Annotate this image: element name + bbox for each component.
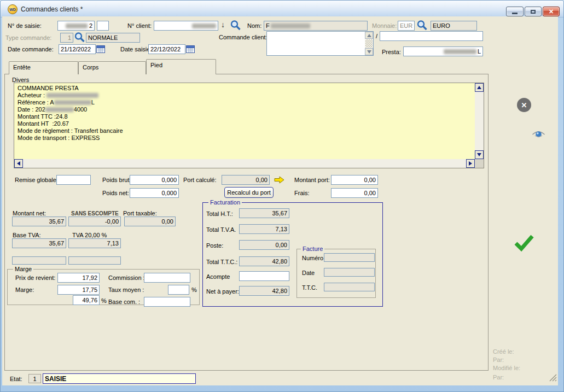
total-ttc-field[interactable]: 42,80 [239,256,289,266]
tab-entete[interactable]: Entête [9,61,78,74]
redacted-value [271,24,310,28]
scroll-left-button[interactable] [14,159,23,168]
tva-rate-label: TVA 20,00 % [72,232,107,238]
frais-field[interactable]: 0,00 [331,188,378,198]
net-a-payer-field[interactable]: 42,80 [239,286,289,296]
etat-value-field[interactable]: SAISIE [43,373,196,384]
tab-corps[interactable]: Corps [78,61,146,74]
percent-label: % [101,297,107,304]
type-commande-label: Type commande: [5,34,51,41]
facture-numero-field[interactable] [324,253,375,262]
marge-group-title: Marge [13,266,33,272]
montant-port-field[interactable]: 0,00 [331,175,378,185]
search-type-icon[interactable] [74,32,85,43]
modifie-le-label: Modifié le: [493,365,520,371]
scroll-down-button[interactable] [475,150,484,159]
poste-field[interactable]: 0,00 [239,240,289,250]
type-commande-name-field[interactable]: NORMALE [86,33,140,43]
title-bar[interactable]: WD Commandes clients * ✕ [1,1,563,17]
search-client-icon[interactable] [230,20,241,31]
horizontal-scrollbar[interactable] [14,159,475,168]
total-tva-field[interactable]: 7,13 [239,224,289,234]
empty-field[interactable] [12,256,66,265]
arrow-right-icon [469,161,472,166]
n-saisie-label: N° de saisie: [8,22,42,29]
net-a-payer-label: Net à payer: [206,288,239,295]
tab-pied-active[interactable]: Pied [146,59,216,74]
facturation-group-title: Facturation [208,199,242,206]
arrow-right-yellow-icon [274,175,286,184]
tva-field[interactable]: 7,13 [68,238,121,248]
restore-icon [531,10,536,14]
redacted-value [46,93,98,98]
montant-net-field[interactable]: 35,67 [12,217,66,226]
minimize-icon [512,13,518,14]
etat-code-field[interactable]: 1 [28,374,41,383]
divers-line: Acheteur : [18,92,123,99]
taux-moyen-field[interactable] [168,285,189,295]
acompte-field[interactable] [239,271,289,281]
frais-label: Frais: [294,190,310,196]
etat-label: Etat: [10,376,22,382]
scrollbar-thumb[interactable] [365,39,373,48]
monnaie-name-field[interactable]: EURO [431,21,477,31]
empty-field[interactable] [68,256,121,265]
remise-globale-field[interactable] [56,175,91,185]
vertical-scrollbar[interactable] [475,83,484,159]
facture-date-field[interactable] [324,268,375,277]
marge-field[interactable]: 17,75 [57,285,100,295]
tab-entete-label: Entête [13,64,31,71]
divers-textarea[interactable]: COMMANDE PRESTA Acheteur : Référence : A… [14,83,484,168]
window-title: Commandes clients * [21,5,83,13]
close-button[interactable]: ✕ [543,7,560,16]
date-saisie-calendar-button[interactable] [185,44,196,55]
scroll-up-button[interactable] [365,32,373,39]
facture-numero-label: Numéro [302,255,323,261]
commande-client-num-field[interactable] [380,31,483,41]
preview-eye-button[interactable] [531,128,546,139]
date-commande-field[interactable]: 21/12/2022 [59,44,96,54]
redacted-value [444,49,476,54]
commission-field[interactable] [144,273,190,283]
validate-check-button[interactable] [514,234,534,251]
port-calcule-field[interactable]: 0,00 [222,175,270,185]
facture-ttc-field[interactable] [324,283,375,291]
nom-field[interactable]: F [264,21,368,31]
commande-client-textarea[interactable] [266,31,374,56]
scroll-up-button[interactable] [475,83,484,92]
arrow-down-icon [367,50,371,54]
n-saisie-extra-field[interactable] [97,21,109,31]
poids-brut-field[interactable]: 0,000 [130,175,179,185]
facture-date-label: Date [302,270,315,276]
date-commande-calendar-button[interactable] [96,44,106,55]
n-saisie-field[interactable]: 2 [57,21,95,31]
scroll-right-button[interactable] [466,159,475,168]
port-taxable-field[interactable]: 0,00 [124,217,176,226]
base-com-field[interactable] [144,297,190,307]
nom-label: Nom: [247,22,261,29]
base-tva-label: Base TVA: [13,232,41,238]
poids-net-field[interactable]: 0,000 [130,188,179,198]
search-monnaie-icon[interactable] [416,20,428,31]
resize-grip[interactable] [548,373,557,382]
presta-field[interactable]: L [403,46,483,56]
recalcul-port-button[interactable]: Recalcul du port [224,187,274,198]
base-tva-field[interactable]: 35,67 [12,238,66,248]
total-ht-field[interactable]: 35,67 [239,208,289,218]
monnaie-code-field[interactable]: EUR [398,21,415,31]
par-label: Par: [493,374,504,381]
n-client-field[interactable] [154,21,218,31]
maximize-button[interactable] [525,7,542,16]
scroll-down-button[interactable] [365,48,373,55]
date-saisie-field[interactable]: 22/12/2022 [148,44,185,54]
minimize-button[interactable] [506,7,524,16]
marge-pct-field[interactable]: 49,76 [73,295,100,305]
sans-escompte-field[interactable]: -0,00 [68,217,121,226]
divers-line: Mode de règlement : Transfert bancaire [18,127,123,134]
prix-de-revient-field[interactable]: 17,92 [57,273,100,283]
port-taxable-label: Port taxable: [123,210,157,217]
type-commande-field[interactable]: 1 [60,33,73,43]
cancel-button[interactable]: ✕ [517,98,531,112]
app-icon: WD [8,4,18,14]
total-ttc-label: Total T.T.C.: [206,259,237,265]
